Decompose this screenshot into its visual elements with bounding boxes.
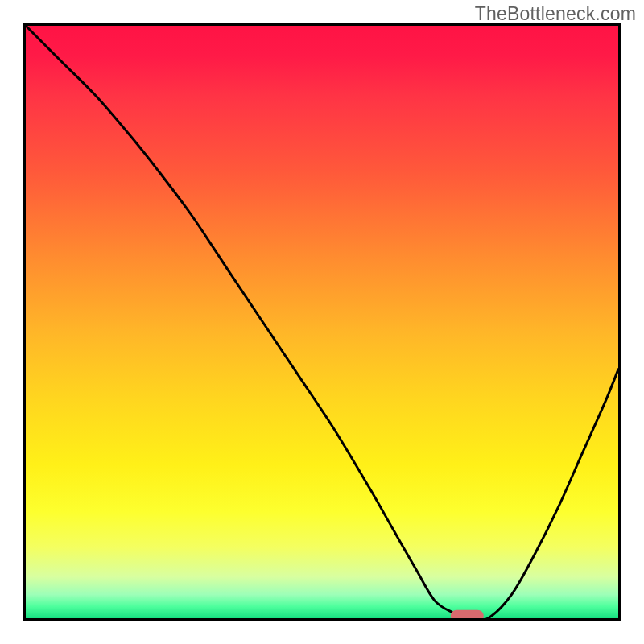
watermark-text: TheBottleneck.com <box>475 3 636 25</box>
bottleneck-curve <box>26 26 618 618</box>
optimal-point-marker <box>451 610 483 621</box>
plot-frame <box>23 23 621 621</box>
chart-container: TheBottleneck.com <box>0 0 644 644</box>
